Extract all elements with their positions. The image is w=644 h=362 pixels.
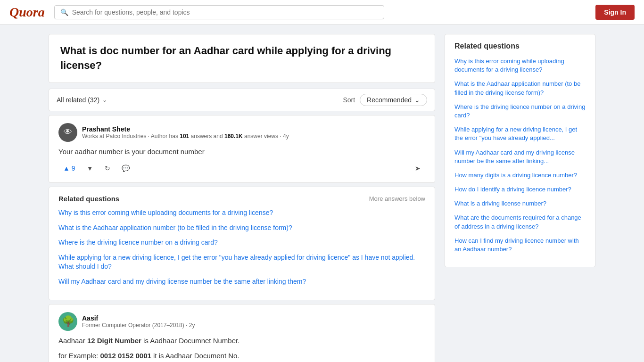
upvote-count-1: 9 — [72, 165, 75, 172]
sign-in-button[interactable]: Sign In — [595, 5, 635, 20]
author-info-1: Prashant Shete Works at Patco Industries… — [82, 125, 289, 140]
author-row-1: 👁 Prashant Shete Works at Patco Industri… — [58, 123, 425, 142]
filter-bar: All related (32) ⌄ Sort Recommended ⌄ — [49, 89, 435, 111]
answer-text-2b: for Example: 0012 0152 0001 it is Aadhaa… — [58, 351, 425, 362]
author-row-2: 🌳 Aasif Former Computer Operator (2017–2… — [58, 312, 425, 331]
sidebar-link-5[interactable]: How many digits is a driving licence num… — [454, 171, 586, 180]
related-inline-box: Related questions More answers below Why… — [49, 187, 435, 300]
upvote-button-1[interactable]: ▲ 9 — [58, 162, 80, 175]
related-inline-title: Related questions — [58, 195, 119, 203]
chevron-down-icon: ⌄ — [102, 97, 107, 103]
related-inline-link-0[interactable]: Why is this error coming while uploading… — [58, 208, 425, 218]
search-icon: 🔍 — [60, 8, 68, 16]
sidebar-link-8[interactable]: What are the documents required for a ch… — [454, 214, 586, 230]
related-inline-link-1[interactable]: What is the Aadhaar application number (… — [58, 223, 425, 233]
question-title: What is doc number for an Aadhar card wh… — [60, 44, 423, 73]
share-icon: ➤ — [415, 165, 421, 172]
comment-button-1[interactable]: 💬 — [117, 162, 134, 175]
sidebar-link-3[interactable]: While applying for a new driving licence… — [454, 125, 586, 142]
downvote-button-1[interactable]: ▼ — [82, 162, 98, 175]
sort-value: Recommended — [367, 96, 412, 104]
related-inline-link-2[interactable]: Where is the driving licence number on a… — [58, 238, 425, 247]
answer-card-2: 🌳 Aasif Former Computer Operator (2017–2… — [49, 304, 435, 362]
share-button-1[interactable]: ➤ — [410, 162, 425, 175]
action-bar-1: ▲ 9 ▼ ↻ 💬 ➤ — [58, 162, 425, 175]
sort-area: Sort Recommended ⌄ — [343, 94, 427, 106]
chevron-down-icon: ⌄ — [414, 96, 420, 104]
sidebar-title: Related questions — [454, 42, 586, 50]
comment-icon: 💬 — [122, 165, 130, 172]
sidebar-link-4[interactable]: Will my Aadhaar card and my driving lice… — [454, 148, 586, 165]
main-layout: What is doc number for an Aadhar card wh… — [39, 34, 605, 362]
author-name-2[interactable]: Aasif — [82, 314, 195, 322]
author-info-2: Aasif Former Computer Operator (2017–201… — [82, 314, 195, 329]
avatar-1: 👁 — [58, 123, 77, 142]
sidebar-link-0[interactable]: Why is this error coming while uploading… — [454, 57, 586, 74]
answer-text-2a: Aadhaar 12 Digit Number is Aadhaar Docum… — [58, 336, 425, 346]
quora-logo: Quora — [9, 5, 45, 20]
search-bar[interactable]: 🔍 — [54, 5, 384, 19]
sidebar-link-7[interactable]: What is a driving license number? — [454, 199, 586, 208]
sort-dropdown[interactable]: Recommended ⌄ — [360, 94, 427, 106]
all-related-dropdown[interactable]: All related (32) ⌄ — [57, 96, 107, 104]
sidebar-link-9[interactable]: How can I find my driving licence number… — [454, 237, 586, 254]
refresh-button-1[interactable]: ↻ — [100, 162, 115, 175]
related-inline-header: Related questions More answers below — [58, 195, 425, 203]
search-input[interactable] — [72, 8, 378, 16]
answer-card-1: 👁 Prashant Shete Works at Patco Industri… — [49, 115, 435, 183]
sidebar-box: Related questions Why is this error comi… — [445, 34, 595, 267]
sidebar-link-2[interactable]: Where is the driving licence number on a… — [454, 103, 586, 120]
related-inline-link-3[interactable]: While applying for a new driving licence… — [58, 253, 425, 272]
avatar-2: 🌳 — [58, 312, 77, 331]
answer-text-1: Your aadhar number is your document numb… — [58, 147, 425, 157]
all-related-label: All related (32) — [57, 96, 99, 104]
upvote-icon: ▲ — [63, 165, 70, 172]
main-content: What is doc number for an Aadhar card wh… — [49, 34, 435, 362]
sidebar-link-1[interactable]: What is the Aadhaar application number (… — [454, 80, 586, 97]
sort-label: Sort — [343, 96, 355, 104]
header: Quora 🔍 Sign In — [0, 0, 644, 25]
downvote-icon: ▼ — [87, 165, 93, 172]
related-inline-link-4[interactable]: Will my Aadhaar card and my driving lice… — [58, 277, 425, 287]
more-answers-label: More answers below — [369, 195, 425, 202]
refresh-icon: ↻ — [105, 165, 110, 172]
author-name-1[interactable]: Prashant Shete — [82, 125, 289, 133]
author-meta-1: Works at Patco Industries · Author has 1… — [82, 133, 289, 140]
sidebar-link-6[interactable]: How do I identify a driving licence numb… — [454, 185, 586, 194]
sidebar: Related questions Why is this error comi… — [445, 34, 595, 362]
question-box: What is doc number for an Aadhar card wh… — [49, 34, 435, 83]
author-meta-2: Former Computer Operator (2017–2018) · 2… — [82, 322, 195, 329]
